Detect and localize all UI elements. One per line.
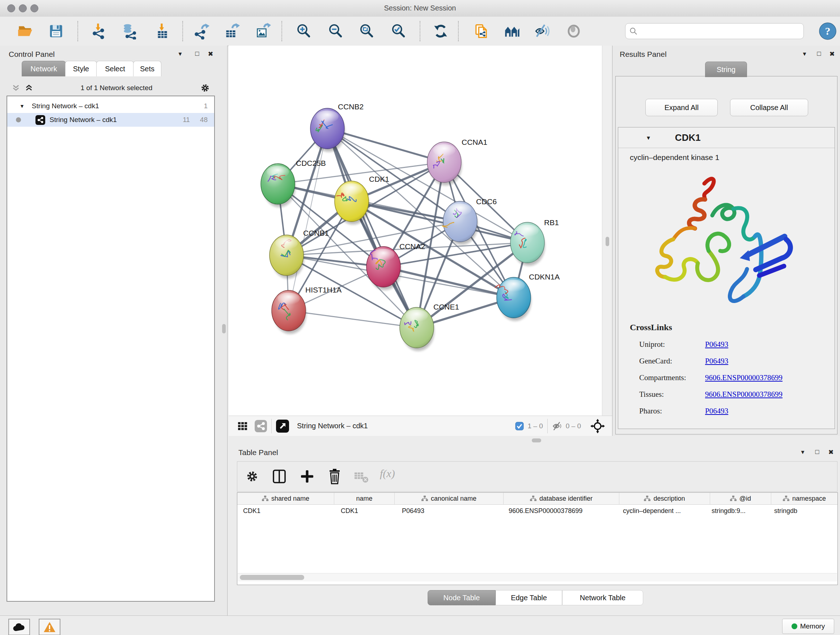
close-panel-button[interactable]: ✖ — [826, 448, 836, 456]
maximize-panel-button[interactable]: □ — [812, 448, 823, 456]
uniprot-link[interactable]: P06493 — [705, 340, 728, 348]
delete-column-button[interactable] — [327, 468, 342, 485]
tab-node-table[interactable]: Node Table — [428, 590, 496, 605]
zoom-in-button[interactable] — [293, 20, 315, 42]
column-header-description[interactable]: description — [619, 493, 710, 504]
clone-network-button[interactable] — [470, 20, 492, 42]
network-edge-CCNA2-CDKN1A[interactable] — [384, 267, 514, 298]
maximize-panel-button[interactable]: □ — [192, 50, 202, 57]
gear-icon — [245, 470, 259, 483]
compartments-link[interactable]: 9606.ENSP00000378699 — [705, 373, 783, 382]
column-header-namespace[interactable]: namespace — [771, 493, 837, 504]
table-horizontal-scrollbar[interactable] — [238, 573, 837, 581]
documents-icon — [472, 22, 490, 40]
grid-view-button[interactable] — [237, 421, 248, 432]
open-session-button[interactable] — [14, 20, 36, 42]
panel-divider-handle[interactable] — [532, 439, 541, 442]
tab-style[interactable]: Style — [65, 61, 97, 76]
network-node-CCNE1[interactable]: CCNE1 — [400, 302, 459, 351]
first-neighbors-button[interactable] — [501, 20, 523, 42]
panel-divider-handle[interactable] — [606, 237, 609, 246]
network-canvas[interactable]: CCNB2CCNA1CDC25BCDK1CDC6RB1CCNB1CCNA2CDK… — [229, 46, 602, 416]
genecard-link[interactable]: P06493 — [705, 356, 728, 365]
network-collection-row[interactable]: ▼ String Network – cdk1 1 — [7, 99, 214, 113]
tab-select[interactable]: Select — [96, 61, 134, 76]
network-view[interactable]: CCNB2CCNA1CDC25BCDK1CDC6RB1CCNB1CCNA2CDK… — [229, 46, 602, 416]
export-image-button[interactable] — [252, 20, 273, 42]
zoom-selected-button[interactable] — [388, 20, 409, 42]
export-network-button[interactable] — [190, 20, 212, 42]
close-panel-button[interactable]: ✖ — [827, 50, 837, 58]
network-view-title: String Network – cdk1 — [297, 422, 368, 430]
selected-checkbox[interactable] — [515, 422, 524, 431]
collapse-all-button[interactable]: Collapse All — [730, 99, 808, 116]
hidden-toggle[interactable] — [552, 421, 563, 432]
column-header-id[interactable]: @id — [710, 493, 771, 504]
open-in-window-button[interactable] — [276, 420, 289, 432]
float-panel-button[interactable]: ▼ — [799, 51, 810, 57]
show-columns-button[interactable] — [272, 469, 286, 484]
network-edge-CCNB2-CCNA1[interactable] — [327, 128, 444, 162]
tab-string[interactable]: String — [705, 62, 747, 77]
table-options-button[interactable] — [245, 470, 259, 483]
birds-eye-button[interactable] — [591, 419, 605, 433]
import-database-button[interactable] — [119, 20, 141, 42]
toolbar-separator — [420, 21, 420, 41]
delete-table-button-disabled[interactable] — [354, 471, 369, 483]
search-field[interactable] — [625, 23, 804, 39]
scrollbar-thumb[interactable] — [240, 575, 304, 580]
tab-edge-table[interactable]: Edge Table — [496, 590, 562, 605]
panel-divider-handle[interactable] — [222, 324, 226, 333]
node-label-CCNA2: CCNA2 — [399, 242, 425, 250]
save-session-button[interactable] — [45, 20, 67, 42]
cloud-status-button[interactable] — [8, 619, 30, 635]
search-input[interactable] — [638, 27, 800, 35]
results-panel-title: Results Panel — [620, 50, 667, 59]
network-edge-HIST1H1A-CCNE1[interactable] — [289, 310, 417, 328]
gene-expander-icon[interactable]: ▼ — [646, 135, 651, 141]
refresh-button[interactable] — [430, 20, 452, 42]
column-header-shared-name[interactable]: shared name — [237, 493, 334, 504]
help-button[interactable]: ? — [818, 22, 837, 41]
tab-sets[interactable]: Sets — [133, 61, 161, 76]
table-row[interactable]: CDK1 CDK1 P06493 9606.ENSP00000378699 cy… — [237, 505, 837, 517]
export-table-button[interactable] — [221, 20, 242, 42]
add-column-button[interactable] — [300, 469, 315, 484]
expand-all-button[interactable]: Expand All — [645, 99, 718, 116]
show-all-button[interactable] — [563, 20, 584, 42]
warnings-button[interactable] — [39, 619, 60, 635]
network-node-CCNA1[interactable]: CCNA1 — [427, 138, 487, 185]
close-panel-button[interactable]: ✖ — [205, 50, 216, 58]
protein-structure-image — [640, 165, 810, 320]
tab-network[interactable]: Network — [22, 61, 66, 76]
expand-all-networks-button[interactable] — [25, 84, 33, 92]
network-edge-CCNB2-CCNE1[interactable] — [327, 128, 417, 328]
zoom-out-button[interactable] — [325, 20, 347, 42]
float-panel-button[interactable]: ▼ — [175, 51, 186, 57]
network-row-selected[interactable]: String Network – cdk1 11 48 — [7, 113, 214, 127]
network-badge-button[interactable] — [255, 420, 267, 432]
network-edge-CCNB2-HIST1H1A[interactable] — [289, 128, 327, 310]
footer-separator — [547, 419, 548, 433]
column-header-canonical-name[interactable]: canonical name — [395, 493, 504, 504]
network-node-HIST1H1A[interactable]: HIST1H1A — [272, 286, 341, 334]
network-node-RB1[interactable]: RB1 — [510, 218, 559, 266]
collection-expander-icon[interactable]: ▼ — [19, 103, 25, 109]
gene-header[interactable]: ▼ CDK1 — [618, 127, 835, 148]
tissues-link[interactable]: 9606.ENSP00000378699 — [705, 390, 783, 399]
checkbox-checked-icon — [515, 422, 524, 431]
memory-button[interactable]: Memory — [782, 619, 834, 634]
column-header-name[interactable]: name — [334, 493, 395, 504]
maximize-panel-button[interactable]: □ — [813, 50, 824, 57]
pharos-link[interactable]: P06493 — [705, 407, 728, 415]
hide-selected-button[interactable] — [532, 20, 554, 42]
zoom-fit-button[interactable] — [356, 20, 378, 42]
function-builder-button-disabled[interactable]: f(x) — [380, 467, 395, 480]
import-network-button[interactable] — [88, 20, 109, 42]
column-header-database-identifier[interactable]: database identifier — [504, 493, 619, 504]
float-panel-button[interactable]: ▼ — [797, 449, 808, 455]
import-table-button[interactable] — [151, 20, 173, 42]
collapse-all-networks-button[interactable] — [11, 84, 20, 92]
tab-network-table[interactable]: Network Table — [562, 590, 643, 605]
network-options-button[interactable] — [200, 82, 210, 93]
